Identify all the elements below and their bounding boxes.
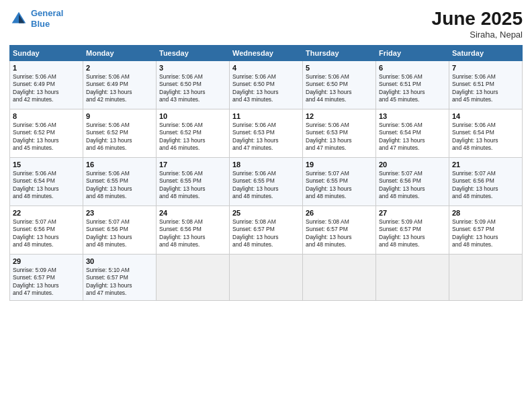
- calendar-cell: 12Sunrise: 5:06 AM Sunset: 6:53 PM Dayli…: [303, 109, 376, 158]
- day-info: Sunrise: 5:07 AM Sunset: 6:56 PM Dayligh…: [452, 170, 519, 201]
- page: General Blue June 2025 Siraha, Nepal Sun…: [0, 0, 532, 411]
- calendar-cell: 27Sunrise: 5:09 AM Sunset: 6:57 PM Dayli…: [376, 206, 449, 255]
- day-number: 14: [452, 112, 519, 120]
- calendar-cell: 29Sunrise: 5:09 AM Sunset: 6:57 PM Dayli…: [10, 255, 83, 301]
- logo: General Blue: [9, 8, 63, 29]
- day-info: Sunrise: 5:09 AM Sunset: 6:57 PM Dayligh…: [452, 218, 519, 249]
- title-block: June 2025 Siraha, Nepal: [432, 8, 523, 40]
- calendar-cell: [376, 255, 449, 301]
- calendar-cell: 16Sunrise: 5:06 AM Sunset: 6:55 PM Dayli…: [83, 158, 157, 206]
- day-info: Sunrise: 5:07 AM Sunset: 6:56 PM Dayligh…: [379, 170, 446, 201]
- calendar-table: SundayMondayTuesdayWednesdayThursdayFrid…: [9, 45, 523, 301]
- day-info: Sunrise: 5:09 AM Sunset: 6:57 PM Dayligh…: [13, 267, 80, 298]
- calendar-cell: 19Sunrise: 5:07 AM Sunset: 6:55 PM Dayli…: [303, 158, 376, 206]
- day-number: 1: [13, 64, 80, 72]
- calendar-cell: 9Sunrise: 5:06 AM Sunset: 6:52 PM Daylig…: [83, 109, 157, 158]
- logo-icon: [9, 9, 28, 28]
- header: General Blue June 2025 Siraha, Nepal: [9, 8, 523, 40]
- day-number: 22: [13, 209, 80, 217]
- calendar-cell: [449, 255, 523, 301]
- calendar-cell: 2Sunrise: 5:06 AM Sunset: 6:49 PM Daylig…: [83, 61, 157, 109]
- calendar-week-row: 1Sunrise: 5:06 AM Sunset: 6:49 PM Daylig…: [10, 61, 523, 109]
- calendar-cell: 3Sunrise: 5:06 AM Sunset: 6:50 PM Daylig…: [157, 61, 230, 109]
- day-number: 24: [159, 209, 226, 217]
- day-info: Sunrise: 5:06 AM Sunset: 6:52 PM Dayligh…: [159, 122, 226, 152]
- calendar-cell: 6Sunrise: 5:06 AM Sunset: 6:51 PM Daylig…: [376, 61, 449, 109]
- day-info: Sunrise: 5:06 AM Sunset: 6:49 PM Dayligh…: [13, 73, 80, 104]
- calendar-cell: 24Sunrise: 5:08 AM Sunset: 6:56 PM Dayli…: [157, 206, 230, 255]
- day-info: Sunrise: 5:06 AM Sunset: 6:50 PM Dayligh…: [232, 73, 300, 104]
- calendar-week-row: 15Sunrise: 5:06 AM Sunset: 6:54 PM Dayli…: [10, 158, 523, 206]
- day-info: Sunrise: 5:06 AM Sunset: 6:50 PM Dayligh…: [306, 73, 373, 104]
- calendar-cell: 14Sunrise: 5:06 AM Sunset: 6:54 PM Dayli…: [449, 109, 523, 158]
- calendar-cell: 23Sunrise: 5:07 AM Sunset: 6:56 PM Dayli…: [83, 206, 157, 255]
- day-number: 26: [306, 209, 373, 217]
- calendar-cell: 21Sunrise: 5:07 AM Sunset: 6:56 PM Dayli…: [449, 158, 523, 206]
- day-of-week-header: Sunday: [10, 46, 83, 61]
- day-number: 27: [379, 209, 446, 217]
- day-number: 20: [379, 161, 446, 169]
- day-info: Sunrise: 5:06 AM Sunset: 6:53 PM Dayligh…: [306, 122, 373, 152]
- month-year: June 2025: [432, 8, 523, 30]
- calendar-cell: 15Sunrise: 5:06 AM Sunset: 6:54 PM Dayli…: [10, 158, 83, 206]
- day-info: Sunrise: 5:06 AM Sunset: 6:53 PM Dayligh…: [232, 122, 300, 152]
- calendar-cell: 22Sunrise: 5:07 AM Sunset: 6:56 PM Dayli…: [10, 206, 83, 255]
- calendar-cell: 10Sunrise: 5:06 AM Sunset: 6:52 PM Dayli…: [157, 109, 230, 158]
- calendar-body: 1Sunrise: 5:06 AM Sunset: 6:49 PM Daylig…: [10, 61, 523, 301]
- day-info: Sunrise: 5:06 AM Sunset: 6:50 PM Dayligh…: [159, 73, 226, 104]
- calendar-cell: 1Sunrise: 5:06 AM Sunset: 6:49 PM Daylig…: [10, 61, 83, 109]
- calendar-cell: 17Sunrise: 5:06 AM Sunset: 6:55 PM Dayli…: [157, 158, 230, 206]
- calendar-cell: [157, 255, 230, 301]
- day-of-week-header: Wednesday: [230, 46, 303, 61]
- calendar-cell: 8Sunrise: 5:06 AM Sunset: 6:52 PM Daylig…: [10, 109, 83, 158]
- day-number: 11: [232, 112, 300, 120]
- calendar-week-row: 8Sunrise: 5:06 AM Sunset: 6:52 PM Daylig…: [10, 109, 523, 158]
- day-info: Sunrise: 5:06 AM Sunset: 6:54 PM Dayligh…: [452, 122, 519, 152]
- calendar-cell: [303, 255, 376, 301]
- day-number: 23: [86, 209, 153, 217]
- day-number: 13: [379, 112, 446, 120]
- day-number: 5: [306, 64, 373, 72]
- day-of-week-header: Saturday: [449, 46, 523, 61]
- calendar-cell: [230, 255, 303, 301]
- day-of-week-header: Tuesday: [157, 46, 230, 61]
- day-number: 25: [232, 209, 300, 217]
- day-info: Sunrise: 5:06 AM Sunset: 6:52 PM Dayligh…: [13, 122, 80, 152]
- day-info: Sunrise: 5:06 AM Sunset: 6:54 PM Dayligh…: [379, 122, 446, 152]
- day-number: 21: [452, 161, 519, 169]
- day-number: 16: [86, 161, 153, 169]
- day-number: 19: [306, 161, 373, 169]
- calendar-cell: 11Sunrise: 5:06 AM Sunset: 6:53 PM Dayli…: [230, 109, 303, 158]
- day-info: Sunrise: 5:07 AM Sunset: 6:55 PM Dayligh…: [306, 170, 373, 201]
- calendar-cell: 20Sunrise: 5:07 AM Sunset: 6:56 PM Dayli…: [376, 158, 449, 206]
- day-of-week-header: Thursday: [303, 46, 376, 61]
- calendar-cell: 7Sunrise: 5:06 AM Sunset: 6:51 PM Daylig…: [449, 61, 523, 109]
- day-of-week-header: Monday: [83, 46, 157, 61]
- calendar-cell: 13Sunrise: 5:06 AM Sunset: 6:54 PM Dayli…: [376, 109, 449, 158]
- day-number: 9: [86, 112, 153, 120]
- day-number: 10: [159, 112, 226, 120]
- day-number: 30: [86, 257, 153, 265]
- calendar-cell: 26Sunrise: 5:08 AM Sunset: 6:57 PM Dayli…: [303, 206, 376, 255]
- day-info: Sunrise: 5:06 AM Sunset: 6:51 PM Dayligh…: [452, 73, 519, 104]
- day-number: 18: [232, 161, 300, 169]
- day-number: 8: [13, 112, 80, 120]
- calendar-cell: 18Sunrise: 5:06 AM Sunset: 6:55 PM Dayli…: [230, 158, 303, 206]
- day-number: 3: [159, 64, 226, 72]
- calendar-cell: 30Sunrise: 5:10 AM Sunset: 6:57 PM Dayli…: [83, 255, 157, 301]
- day-info: Sunrise: 5:07 AM Sunset: 6:56 PM Dayligh…: [86, 218, 153, 249]
- calendar-cell: 25Sunrise: 5:08 AM Sunset: 6:57 PM Dayli…: [230, 206, 303, 255]
- calendar-cell: 28Sunrise: 5:09 AM Sunset: 6:57 PM Dayli…: [449, 206, 523, 255]
- day-number: 6: [379, 64, 446, 72]
- calendar-header-row: SundayMondayTuesdayWednesdayThursdayFrid…: [10, 46, 523, 61]
- day-info: Sunrise: 5:06 AM Sunset: 6:52 PM Dayligh…: [86, 122, 153, 152]
- calendar-cell: 5Sunrise: 5:06 AM Sunset: 6:50 PM Daylig…: [303, 61, 376, 109]
- day-number: 4: [232, 64, 300, 72]
- day-number: 7: [452, 64, 519, 72]
- day-info: Sunrise: 5:06 AM Sunset: 6:51 PM Dayligh…: [379, 73, 446, 104]
- day-number: 29: [13, 257, 80, 265]
- day-info: Sunrise: 5:08 AM Sunset: 6:57 PM Dayligh…: [232, 218, 300, 249]
- day-info: Sunrise: 5:06 AM Sunset: 6:55 PM Dayligh…: [159, 170, 226, 201]
- day-number: 15: [13, 161, 80, 169]
- day-info: Sunrise: 5:06 AM Sunset: 6:55 PM Dayligh…: [86, 170, 153, 201]
